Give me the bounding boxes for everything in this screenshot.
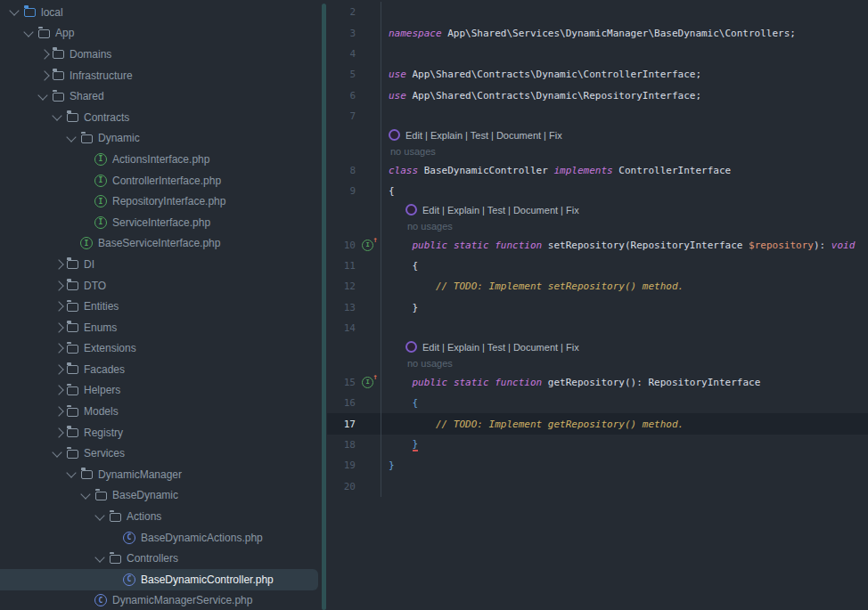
chevron-right-icon[interactable] [53,281,63,290]
tree-item-baseserviceinterface-php[interactable]: IBaseServiceInterface.php [0,233,318,255]
tree-item-basedynamic[interactable]: BaseDynamic [0,485,318,507]
code-line-4[interactable]: 4 [327,44,868,64]
code-line-11[interactable]: 11 { [327,256,868,276]
ai-actions-links[interactable]: Edit | Explain | Test | Document | Fix [405,130,562,141]
tree-item-repositoryinterface-php[interactable]: IRepositoryInterface.php [0,191,318,212]
tree-item-models[interactable]: Models [0,401,318,422]
line-number[interactable]: 12 [327,281,357,292]
tree-item-helpers[interactable]: Helpers [0,380,318,402]
tree-item-contracts[interactable]: Contracts [0,107,318,128]
tree-item-actionsinterface-php[interactable]: IActionsInterface.php [0,149,318,170]
tree-item-label: Models [84,405,119,418]
chevron-down-icon[interactable] [37,90,47,100]
chevron-down-icon[interactable] [9,6,19,16]
usages-hint[interactable]: no usages [407,221,453,232]
tree-item-registry[interactable]: Registry [0,422,318,443]
code-line-2[interactable]: 2 [327,2,868,22]
chevron-right-icon[interactable] [39,49,49,59]
line-number[interactable]: 5 [327,69,357,80]
tree-item-entities[interactable]: Entities [0,296,318,317]
code-line-19[interactable]: 19} [327,455,868,476]
tree-item-dto[interactable]: DTO [0,275,318,297]
line-number[interactable]: 4 [327,48,357,60]
tree-item-domains[interactable]: Domains [0,44,318,65]
code-line-7[interactable]: 7 [327,106,868,126]
tree-item-local[interactable]: local [0,2,318,23]
tree-item-extensions[interactable]: Extensions [0,338,318,360]
chevron-down-icon[interactable] [94,510,104,520]
code-line-9[interactable]: 9{ [327,181,868,201]
line-number[interactable]: 18 [327,439,357,451]
panel-splitter[interactable] [322,4,326,610]
chevron-right-icon[interactable] [53,386,63,395]
chevron-down-icon[interactable] [52,111,61,121]
chevron-down-icon[interactable] [66,132,76,142]
tree-item-shared[interactable]: Shared [0,85,318,107]
code-line-12[interactable]: 12 // TODO: Implement setRepository() me… [327,276,868,297]
code-line-8[interactable]: 8class BaseDynamicController implements … [327,160,868,181]
tree-item-facades[interactable]: Facades [0,359,318,380]
tree-item-dynamicmanagerservice-php[interactable]: CDynamicManagerService.php [0,590,318,610]
code-line-15[interactable]: 15I public static function getRepository… [327,372,868,393]
chevron-right-icon[interactable] [53,301,63,311]
chevron-down-icon[interactable] [23,27,33,37]
line-number[interactable]: 9 [327,185,357,197]
tree-item-infrastructure[interactable]: Infrastructure [0,65,318,86]
tree-item-basedynamicactions-php[interactable]: CBaseDynamicActions.php [0,527,318,549]
code-line-14[interactable]: 14 [327,318,868,338]
line-number[interactable]: 19 [327,460,357,471]
tree-item-di[interactable]: DI [0,254,318,275]
code-line-17[interactable]: 17 // TODO: Implement getRepository() me… [327,413,868,434]
tree-item-controllers[interactable]: Controllers [0,548,318,569]
tree-item-actions[interactable]: Actions [0,506,318,527]
chevron-down-icon[interactable] [94,552,104,562]
tree-item-services[interactable]: Services [0,443,318,464]
chevron-right-icon[interactable] [53,322,63,332]
code-line-18[interactable]: 18 } [327,435,868,455]
line-number[interactable]: 10 [327,240,357,251]
tree-item-basedynamiccontroller-php[interactable]: CBaseDynamicController.php [0,569,318,590]
line-number[interactable]: 6 [327,90,357,102]
code-token [389,377,413,388]
code-line-16[interactable]: 16 { [327,393,868,413]
code-line-6[interactable]: 6use App\Shared\Contracts\Dynamic\Reposi… [327,85,868,106]
implements-method-icon[interactable]: I [362,240,373,251]
line-number[interactable]: 13 [327,302,357,313]
code-line-5[interactable]: 5use App\Shared\Contracts\Dynamic\Contro… [327,64,868,85]
chevron-down-icon[interactable] [80,489,90,499]
code-line-13[interactable]: 13 } [327,297,868,318]
line-number[interactable]: 2 [327,6,357,18]
code-line-3[interactable]: 3namespace App\Shared\Services\DynamicMa… [327,22,868,43]
tree-item-dynamic[interactable]: Dynamic [0,128,318,150]
line-number[interactable]: 20 [327,481,357,492]
tree-item-enums[interactable]: Enums [0,317,318,338]
tree-item-dynamicmanager[interactable]: DynamicManager [0,464,318,485]
tree-item-app[interactable]: App [0,23,318,45]
line-number[interactable]: 7 [327,110,357,122]
code-line-20[interactable]: 20 [327,476,868,497]
line-number[interactable]: 15 [327,377,357,388]
chevron-down-icon[interactable] [66,468,76,478]
ai-actions-links[interactable]: Edit | Explain | Test | Document | Fix [422,205,579,216]
chevron-right-icon[interactable] [53,427,63,437]
line-number[interactable]: 17 [327,419,357,430]
tree-item-serviceinterface-php[interactable]: IServiceInterface.php [0,212,318,233]
chevron-right-icon[interactable] [53,259,63,269]
line-number[interactable]: 3 [327,28,357,39]
line-number[interactable]: 14 [327,322,357,334]
chevron-right-icon[interactable] [53,406,63,416]
code-line-10[interactable]: 10I public static function setRepository… [327,235,868,256]
implements-method-icon[interactable]: I [362,377,373,388]
usages-hint[interactable]: no usages [390,146,436,157]
chevron-right-icon[interactable] [39,70,49,80]
folder-icon [67,428,78,437]
usages-hint[interactable]: no usages [407,358,453,369]
line-number[interactable]: 8 [327,165,357,176]
ai-actions-links[interactable]: Edit | Explain | Test | Document | Fix [422,342,579,353]
chevron-right-icon[interactable] [53,344,63,354]
chevron-right-icon[interactable] [53,364,63,374]
chevron-down-icon[interactable] [52,447,61,457]
tree-item-controllerinterface-php[interactable]: IControllerInterface.php [0,170,318,191]
line-number[interactable]: 11 [327,260,357,272]
line-number[interactable]: 16 [327,397,357,409]
